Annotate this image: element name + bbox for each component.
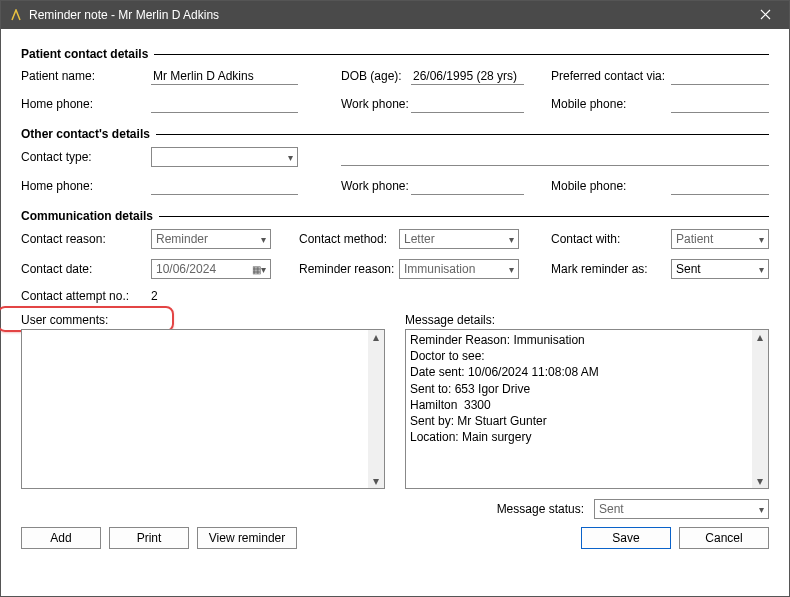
add-button[interactable]: Add	[21, 527, 101, 549]
reminder-reason-label: Reminder reason:	[299, 262, 394, 276]
chevron-down-icon: ▾	[759, 264, 764, 275]
view-reminder-button[interactable]: View reminder	[197, 527, 297, 549]
other-contact-name-field[interactable]	[341, 148, 769, 166]
preferred-contact-field[interactable]	[671, 67, 769, 85]
section-comm-header: Communication details	[21, 209, 769, 223]
p-home-phone-field[interactable]	[151, 95, 298, 113]
section-other-header: Other contact's details	[21, 127, 769, 141]
p-home-phone-label: Home phone:	[21, 97, 93, 111]
chevron-down-icon: ▾	[509, 234, 514, 245]
contact-type-label: Contact type:	[21, 150, 92, 164]
o-work-phone-field[interactable]	[411, 177, 524, 195]
calendar-icon: ▦▾	[252, 264, 266, 275]
chevron-down-icon: ▾	[509, 264, 514, 275]
p-mobile-phone-field[interactable]	[671, 95, 769, 113]
scrollbar[interactable]: ▴▾	[752, 330, 768, 488]
app-icon	[9, 8, 23, 22]
scroll-down-icon: ▾	[757, 474, 763, 488]
user-comments-label: User comments:	[21, 313, 385, 327]
mark-reminder-select[interactable]: Sent ▾	[671, 259, 769, 279]
dob-field[interactable]	[411, 67, 524, 85]
contact-reason-label: Contact reason:	[21, 232, 106, 246]
chevron-down-icon: ▾	[261, 234, 266, 245]
titlebar: Reminder note - Mr Merlin D Adkins	[1, 1, 789, 29]
reminder-window: Reminder note - Mr Merlin D Adkins Patie…	[0, 0, 790, 597]
o-mobile-phone-field[interactable]	[671, 177, 769, 195]
chevron-down-icon: ▾	[759, 504, 764, 515]
p-mobile-phone-label: Mobile phone:	[551, 97, 626, 111]
dob-label: DOB (age):	[341, 69, 402, 83]
contact-date-picker[interactable]: 10/06/2024 ▦▾	[151, 259, 271, 279]
contact-attempt-label: Contact attempt no.:	[21, 289, 129, 303]
scroll-up-icon: ▴	[373, 330, 379, 344]
o-mobile-phone-label: Mobile phone:	[551, 179, 626, 193]
p-work-phone-label: Work phone:	[341, 97, 409, 111]
contact-type-select[interactable]: ▾	[151, 147, 298, 167]
section-patient-header: Patient contact details	[21, 47, 769, 61]
mark-reminder-label: Mark reminder as:	[551, 262, 648, 276]
close-icon[interactable]	[749, 7, 781, 23]
contact-with-label: Contact with:	[551, 232, 620, 246]
contact-attempt-value: 2	[151, 289, 158, 303]
chevron-down-icon: ▾	[759, 234, 764, 245]
contact-method-label: Contact method:	[299, 232, 387, 246]
cancel-button[interactable]: Cancel	[679, 527, 769, 549]
message-status-label: Message status:	[497, 502, 584, 516]
scroll-up-icon: ▴	[757, 330, 763, 344]
dialog-body: Patient contact details Patient name: DO…	[1, 29, 789, 596]
window-title: Reminder note - Mr Merlin D Adkins	[29, 8, 749, 22]
message-details-textarea[interactable]: Reminder Reason: Immunisation Doctor to …	[405, 329, 769, 489]
scroll-down-icon: ▾	[373, 474, 379, 488]
o-home-phone-field[interactable]	[151, 177, 298, 195]
user-comments-textarea[interactable]: ▴▾	[21, 329, 385, 489]
o-work-phone-label: Work phone:	[341, 179, 409, 193]
scrollbar[interactable]: ▴▾	[368, 330, 384, 488]
message-status-select[interactable]: Sent ▾	[594, 499, 769, 519]
patient-name-label: Patient name:	[21, 69, 95, 83]
contact-reason-select[interactable]: Reminder ▾	[151, 229, 271, 249]
contact-date-label: Contact date:	[21, 262, 92, 276]
save-button[interactable]: Save	[581, 527, 671, 549]
patient-name-field[interactable]	[151, 67, 298, 85]
p-work-phone-field[interactable]	[411, 95, 524, 113]
print-button[interactable]: Print	[109, 527, 189, 549]
contact-with-select[interactable]: Patient ▾	[671, 229, 769, 249]
o-home-phone-label: Home phone:	[21, 179, 93, 193]
reminder-reason-select[interactable]: Immunisation ▾	[399, 259, 519, 279]
contact-method-select[interactable]: Letter ▾	[399, 229, 519, 249]
preferred-contact-label: Preferred contact via:	[551, 69, 665, 83]
message-details-label: Message details:	[405, 313, 769, 327]
chevron-down-icon: ▾	[288, 152, 293, 163]
